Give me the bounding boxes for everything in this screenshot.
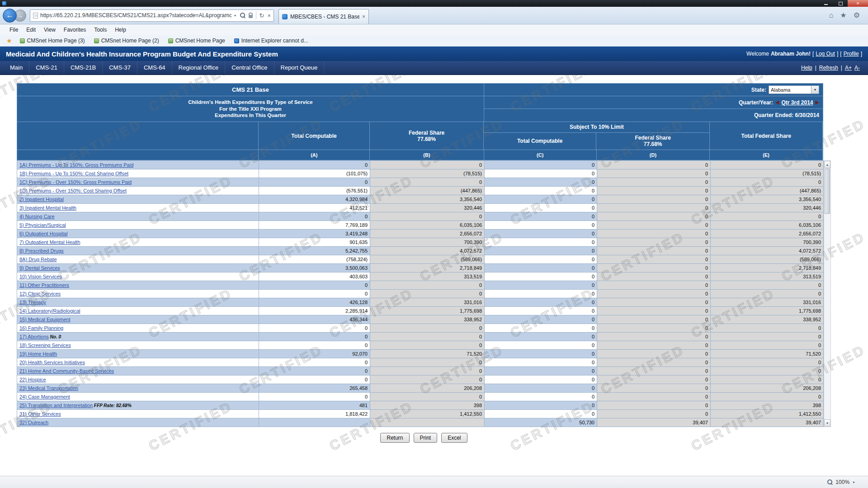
menu-edit[interactable]: Edit (22, 27, 40, 33)
value-cell-c[interactable]: 0 (485, 221, 597, 230)
nav-tab-cms21b[interactable]: CMS-21B (64, 61, 103, 74)
url-text[interactable]: https://65.220.21.9/MBESCBES/CMS21/CMS21… (40, 12, 231, 19)
value-cell-c[interactable]: 0 (485, 238, 597, 247)
service-link[interactable]: 3) Inpatient Mental Health (19, 205, 76, 211)
nav-tab-main[interactable]: Main (4, 61, 29, 74)
state-select[interactable]: Alabama ▼ (769, 85, 819, 94)
value-cell-c[interactable]: 0 (485, 367, 597, 375)
font-decrease-link[interactable]: A- (854, 65, 860, 71)
value-cell-a[interactable]: 0 (259, 161, 370, 169)
favorite-link-3[interactable]: CMSnet Home Page (164, 38, 230, 44)
value-cell-c[interactable]: 0 (485, 212, 597, 221)
nav-tab-central-office[interactable]: Central Office (225, 61, 274, 74)
value-cell-a[interactable]: 0 (259, 212, 370, 221)
value-cell-c[interactable]: 0 (485, 187, 597, 195)
nav-tab-cms64[interactable]: CMS-64 (137, 61, 172, 74)
value-cell-c[interactable]: 0 (485, 281, 597, 290)
service-link[interactable]: 23) Medical Transportation (19, 385, 78, 391)
value-cell-c[interactable]: 0 (485, 169, 597, 178)
value-cell-a[interactable]: 0 (259, 281, 370, 290)
value-cell-c[interactable]: 0 (485, 307, 597, 315)
service-link[interactable]: 24) Case Management (19, 394, 70, 399)
value-cell-a[interactable]: (576,551) (259, 187, 370, 195)
value-cell-a[interactable]: 481 (259, 401, 370, 410)
value-cell-a[interactable]: 0 (259, 367, 370, 375)
dropdown-icon[interactable]: ▼ (811, 86, 819, 94)
value-cell-c[interactable]: 0 (485, 401, 597, 410)
value-cell-c[interactable]: 0 (485, 195, 597, 204)
service-link[interactable]: 1C) Premiums - Over 150%: Gross Premiums… (19, 179, 132, 185)
menu-tools[interactable]: Tools (90, 27, 111, 33)
nav-tab-regional-office[interactable]: Regional Office (172, 61, 226, 74)
excel-button[interactable]: Excel (441, 433, 467, 443)
table-scrollbar[interactable]: ▲ ▼ (824, 160, 831, 427)
profile-link[interactable]: Profile (844, 51, 859, 57)
service-link[interactable]: 19) Home Health (19, 351, 57, 357)
service-link[interactable]: 2) Inpatient Hospital (19, 197, 64, 202)
value-cell-a[interactable]: 7,769,189 (259, 221, 370, 230)
value-cell-c[interactable]: 0 (485, 264, 597, 272)
maximize-button[interactable] (833, 0, 848, 7)
favorites-icon[interactable]: ★ (840, 12, 846, 19)
value-cell-c[interactable]: 0 (485, 161, 597, 169)
prev-quarter-icon[interactable]: ◀ (775, 99, 779, 105)
service-link[interactable]: 11) Other Practitioners (19, 282, 69, 288)
browser-tab[interactable]: MBES/CBES - CMS 21 Base × (278, 9, 369, 24)
favorites-star-icon[interactable]: ★ (3, 37, 15, 44)
favorite-link-4[interactable]: Internet Explorer cannot d... (230, 38, 313, 44)
value-cell-a[interactable]: 3,500,063 (259, 264, 370, 272)
value-cell-a[interactable]: (758,324) (259, 255, 370, 264)
value-cell-c[interactable]: 0 (485, 324, 597, 333)
value-cell-a[interactable]: 5,242,755 (259, 247, 370, 255)
logout-link[interactable]: Log Out (816, 51, 835, 57)
service-link[interactable]: 6) Outpatient Hospital (19, 231, 67, 236)
value-cell-c[interactable]: 0 (485, 272, 597, 281)
menu-help[interactable]: Help (111, 27, 130, 33)
value-cell-a[interactable]: 0 (259, 393, 370, 401)
value-cell-a[interactable]: 0 (259, 290, 370, 298)
nav-tab-report-queue[interactable]: Report Queue (274, 61, 325, 74)
back-button[interactable]: ← (3, 9, 17, 23)
quarter-link[interactable]: Qtr 3rd 2014 (781, 99, 813, 106)
service-link[interactable]: 31) Other Services (19, 411, 61, 417)
service-link[interactable]: 12) Clinic Services (19, 291, 61, 296)
value-cell-a[interactable]: 0 (259, 358, 370, 367)
service-link[interactable]: 1A) Premiums - Up To 150%: Gross Premium… (19, 162, 133, 168)
value-cell-c[interactable]: 0 (485, 204, 597, 212)
value-cell-a[interactable]: 4,320,984 (259, 195, 370, 204)
value-cell-a[interactable]: 0 (259, 333, 370, 341)
service-link[interactable]: 4) Nursing Care (19, 214, 55, 219)
next-quarter-icon[interactable]: ▶ (816, 99, 819, 105)
value-cell-c[interactable]: 0 (485, 315, 597, 324)
service-link[interactable]: 1D) Premiums - Over 150%: Cost Sharing O… (19, 188, 127, 193)
scroll-down-icon[interactable]: ▼ (824, 419, 830, 427)
value-cell-a[interactable]: 412,521 (259, 204, 370, 212)
font-increase-link[interactable]: A+ (845, 65, 852, 71)
value-cell-a[interactable]: 3,419,248 (259, 230, 370, 238)
value-cell-c[interactable]: 0 (485, 410, 597, 418)
search-icon[interactable] (240, 13, 245, 18)
minimize-button[interactable] (819, 0, 833, 7)
service-link[interactable]: 10) Vision Services (19, 274, 62, 279)
scroll-thumb[interactable] (825, 169, 830, 214)
value-cell-a[interactable]: 0 (259, 324, 370, 333)
address-bar[interactable]: https://65.220.21.9/MBESCBES/CMS21/CMS21… (30, 9, 274, 22)
value-cell-c[interactable]: 0 (485, 255, 597, 264)
address-dropdown-icon[interactable]: ▼ (234, 14, 237, 17)
value-cell-a[interactable]: 403,603 (259, 272, 370, 281)
service-link[interactable]: 5) Physician/Surgical (19, 222, 66, 228)
service-link[interactable]: 7) Outpatient Mental Health (19, 239, 80, 245)
value-cell-a[interactable]: 426,128 (259, 298, 370, 307)
service-link[interactable]: 20) Health Services Initiatives (19, 360, 85, 365)
value-cell-c[interactable]: 0 (485, 333, 597, 341)
tab-close-icon[interactable]: × (362, 14, 365, 20)
service-link[interactable]: 16) Family Planning (19, 325, 63, 331)
service-link[interactable]: 15) Medical Equipment (19, 317, 71, 322)
value-cell-c[interactable]: 0 (485, 290, 597, 298)
value-cell-a[interactable]: 265,458 (259, 384, 370, 393)
value-cell-a[interactable]: 2,285,914 (259, 307, 370, 315)
favorite-link-1[interactable]: CMSnet Home Page (3) (15, 38, 90, 44)
refresh-icon[interactable]: ↻ (259, 13, 264, 19)
menu-favorites[interactable]: Favorites (60, 27, 90, 33)
value-cell-c[interactable]: 0 (485, 375, 597, 384)
